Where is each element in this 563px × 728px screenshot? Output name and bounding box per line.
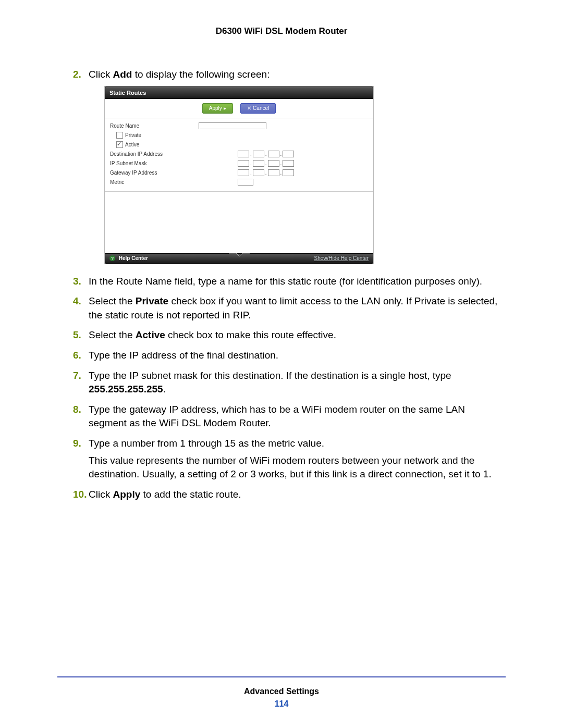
- active-checkbox[interactable]: [116, 141, 123, 148]
- static-routes-screenshot: Static Routes Apply ▸ ✕ Cancel Route Nam…: [104, 86, 374, 264]
- private-checkbox[interactable]: [116, 132, 123, 139]
- step-3: 3. In the Route Name field, type a name …: [73, 275, 506, 289]
- step-text: Select the Active check box to make this…: [89, 329, 336, 340]
- label-private: Private: [125, 132, 141, 139]
- step-text: Click Apply to add the static route.: [89, 489, 241, 500]
- label-subnet: IP Subnet Mask: [105, 160, 199, 167]
- label-dest-ip: Destination IP Address: [105, 151, 199, 158]
- help-icon: ?: [109, 255, 115, 261]
- step-2: 2. Click Add to display the following sc…: [73, 68, 506, 264]
- document-title: D6300 WiFi DSL Modem Router: [57, 26, 506, 36]
- step-number: 8.: [73, 403, 81, 417]
- footer-tab-icon[interactable]: [229, 253, 250, 258]
- panel-toolbar: Apply ▸ ✕ Cancel: [105, 99, 373, 118]
- step-4: 4. Select the Private check box if you w…: [73, 294, 506, 322]
- step-text: Type the IP address of the final destina…: [89, 350, 278, 361]
- subnet-octet-1[interactable]: [238, 160, 249, 167]
- step-text: Type the gateway IP address, which has t…: [89, 404, 465, 429]
- step-number: 2.: [73, 68, 81, 82]
- step-6: 6. Type the IP address of the final dest…: [73, 349, 506, 363]
- step-10: 10. Click Apply to add the static route.: [73, 488, 506, 502]
- step-text: Type a number from 1 through 15 as the m…: [89, 438, 324, 449]
- gateway-octet-1[interactable]: [238, 169, 249, 176]
- metric-input[interactable]: [238, 179, 253, 186]
- step-number: 4.: [73, 294, 81, 309]
- gateway-octet-2[interactable]: [253, 169, 264, 176]
- subnet-octet-4[interactable]: [283, 160, 294, 167]
- step-number: 6.: [73, 349, 81, 363]
- label-route-name: Route Name: [105, 122, 199, 130]
- step-text: In the Route Name field, type a name for…: [89, 276, 482, 287]
- step-number: 10.: [73, 488, 87, 502]
- cancel-button[interactable]: ✕ Cancel: [240, 103, 276, 114]
- dest-ip-octet-3[interactable]: [268, 151, 279, 157]
- step-text: Select the Private check box if you want…: [89, 295, 497, 320]
- route-name-input[interactable]: [199, 122, 266, 129]
- step-5: 5. Select the Active check box to make t…: [73, 328, 506, 342]
- step-text: Type the IP subnet mask for this destina…: [89, 370, 451, 395]
- step-9: 9. Type a number from 1 through 15 as th…: [73, 437, 506, 482]
- step-number: 9.: [73, 437, 81, 451]
- apply-button[interactable]: Apply ▸: [202, 103, 233, 114]
- subnet-octet-2[interactable]: [253, 160, 264, 167]
- step-continuation: This value represents the number of WiFi…: [89, 454, 506, 482]
- step-number: 5.: [73, 328, 81, 342]
- gateway-octet-4[interactable]: [283, 169, 294, 176]
- label-active: Active: [125, 141, 139, 149]
- step-7: 7. Type the IP subnet mask for this dest…: [73, 369, 506, 397]
- footer-section: Advanced Settings: [0, 687, 563, 696]
- step-number: 3.: [73, 275, 81, 289]
- panel-title: Static Routes: [105, 87, 373, 99]
- step-8: 8. Type the gateway IP address, which ha…: [73, 403, 506, 430]
- subnet-octet-3[interactable]: [268, 160, 279, 167]
- dest-ip-octet-2[interactable]: [253, 151, 264, 157]
- gateway-octet-3[interactable]: [268, 169, 279, 176]
- dest-ip-octet-4[interactable]: [283, 151, 294, 157]
- dest-ip-octet-1[interactable]: [238, 151, 249, 157]
- step-number: 7.: [73, 369, 81, 383]
- footer-divider: [57, 676, 506, 677]
- step-text: Click Add to display the following scree…: [89, 69, 270, 80]
- show-hide-help-link[interactable]: Show/Hide Help Center: [314, 254, 369, 263]
- help-center-link[interactable]: ? Help Center: [109, 254, 148, 263]
- label-metric: Metric: [105, 179, 199, 186]
- page-number: 114: [0, 699, 563, 709]
- label-gateway: Gateway IP Address: [105, 169, 199, 177]
